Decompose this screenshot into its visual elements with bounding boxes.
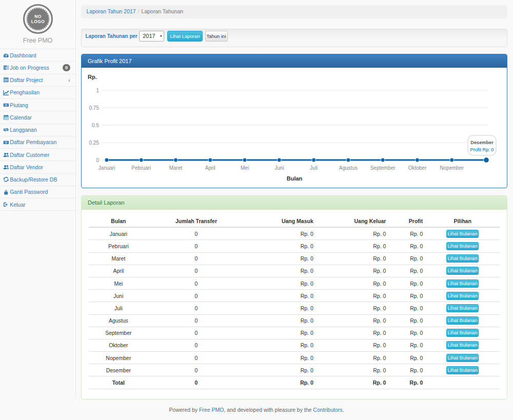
svg-text:0.25: 0.25 <box>89 140 100 146</box>
svg-text:Januari: Januari <box>98 165 115 171</box>
svg-text:0: 0 <box>96 157 99 163</box>
svg-text:Desember: Desember <box>470 140 494 145</box>
svg-text:0.5: 0.5 <box>92 123 99 128</box>
svg-text:Mei: Mei <box>241 165 249 171</box>
svg-text:1: 1 <box>96 88 99 93</box>
svg-text:Maret: Maret <box>169 165 183 171</box>
svg-text:Nopember: Nopember <box>440 165 464 171</box>
svg-text:Rp.: Rp. <box>88 74 97 80</box>
svg-text:LOGO: LOGO <box>31 19 45 24</box>
svg-text:Profit Rp: 0: Profit Rp: 0 <box>470 147 494 152</box>
svg-text:Pebruari: Pebruari <box>131 165 151 171</box>
svg-text:Juli: Juli <box>310 165 318 171</box>
svg-text:0.75: 0.75 <box>89 105 100 111</box>
svg-text:Juni: Juni <box>274 165 284 171</box>
svg-text:Bulan: Bulan <box>287 175 303 182</box>
svg-text:April: April <box>205 165 215 171</box>
svg-text:NO: NO <box>34 14 42 19</box>
svg-text:Agustus: Agustus <box>339 165 358 171</box>
svg-text:Oktober: Oktober <box>408 165 427 171</box>
svg-text:September: September <box>370 165 396 171</box>
